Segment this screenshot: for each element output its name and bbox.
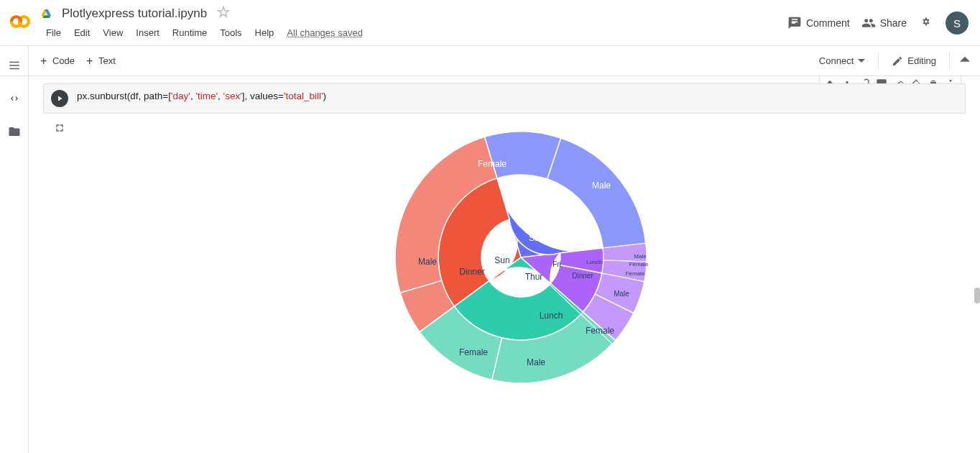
add-code-button[interactable]: + Code [34, 52, 80, 70]
toc-icon[interactable] [8, 59, 21, 72]
comment-label: Comment [806, 17, 850, 29]
menu-insert[interactable]: Insert [130, 24, 165, 41]
editing-button[interactable]: Editing [884, 51, 943, 71]
star-icon[interactable] [217, 6, 230, 22]
code-cell[interactable]: px.sunburst(df, path=['day', 'time', 'se… [43, 83, 966, 401]
add-text-button[interactable]: + Text [80, 52, 121, 70]
comment-button[interactable]: Comment [787, 16, 850, 30]
cell-input[interactable]: px.sunburst(df, path=['day', 'time', 'se… [43, 83, 966, 114]
code-content[interactable]: px.sunburst(df, path=['day', 'time', 'se… [77, 90, 326, 107]
menu-edit[interactable]: Edit [68, 24, 96, 41]
header: Plotlyexpress tutorial.ipynb File Edit V… [0, 0, 980, 46]
share-label: Share [880, 17, 907, 29]
run-button[interactable] [51, 90, 68, 107]
toolbar: + Code + Text Connect Editing [0, 46, 980, 76]
svg-point-3 [950, 80, 952, 82]
menu-view[interactable]: View [97, 24, 129, 41]
menu-runtime[interactable]: Runtime [167, 24, 213, 41]
user-avatar[interactable]: S [946, 12, 969, 35]
code-snippets-icon[interactable] [8, 92, 21, 105]
cell-output: Sat Sun Thur Fri Dinner Dinner Lunch Din… [43, 114, 966, 401]
menu-tools[interactable]: Tools [214, 24, 247, 41]
document-title[interactable]: Plotlyexpress tutorial.ipynb [57, 5, 211, 22]
menu-file[interactable]: File [40, 24, 67, 41]
share-button[interactable]: Share [861, 16, 907, 30]
scrollbar-thumb[interactable] [974, 288, 980, 303]
menu-help[interactable]: Help [249, 24, 280, 41]
drive-icon [40, 7, 53, 20]
colab-logo[interactable] [6, 7, 34, 36]
files-icon[interactable] [8, 125, 21, 138]
save-status[interactable]: All changes saved [281, 24, 369, 41]
collapse-button[interactable] [956, 50, 974, 72]
connect-button[interactable]: Connect [812, 51, 872, 70]
notebook-main: px.sunburst(df, path=['day', 'time', 'se… [29, 76, 980, 453]
left-sidebar [0, 46, 29, 453]
output-collapse-icon[interactable] [54, 122, 65, 134]
sunburst-chart[interactable]: Sat Sun Thur Fri Dinner Dinner Lunch Din… [392, 128, 650, 387]
menu-bar: File Edit View Insert Runtime Tools Help… [40, 24, 787, 41]
settings-icon[interactable] [918, 14, 934, 32]
